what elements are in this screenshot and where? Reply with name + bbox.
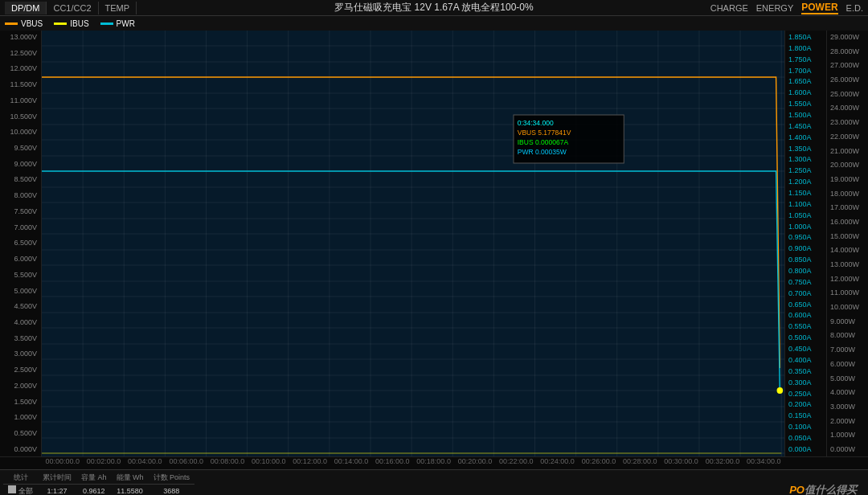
yaxis-right-amp-label: 1.450A <box>787 123 826 130</box>
yaxis-right-watt-label: 2.000W <box>829 418 868 425</box>
tab-cc1cc2[interactable]: CC1/CC2 <box>47 2 98 14</box>
yaxis-left-label: 6.500V <box>0 239 39 247</box>
power-button[interactable]: POWER <box>801 2 837 14</box>
yaxis-right-watt-label: 10.000W <box>829 304 868 311</box>
yaxis-right-amp-label: 0.300A <box>787 379 826 387</box>
yaxis-right-amp-label: 0.800A <box>787 268 826 275</box>
legend-pwr-label: PWR <box>117 19 135 28</box>
yaxis-left-label: 10.500V <box>0 113 39 121</box>
yaxis-right-watt-label: 20.000W <box>829 162 868 169</box>
xaxis-label: 00:28:00.0 <box>620 457 661 469</box>
yaxis-left-label: 8.000V <box>0 192 39 199</box>
stats-row-all-energy: 11.5580 <box>112 484 149 495</box>
yaxis-right-amp-label: 0.550A <box>787 323 826 330</box>
stats-table: 统计 累计时间 容量 Ah 能量 Wh 计数 Points 全部 1:1:27 … <box>3 472 194 496</box>
chart-container: 13.000V12.500V12.000V11.500V11.000V10.50… <box>0 31 868 456</box>
yaxis-right-amp-label: 0.150A <box>787 412 826 419</box>
xaxis-label: 00:22:00.0 <box>496 457 537 469</box>
yaxis-right-watt-label: 1.000W <box>829 432 868 439</box>
tab-temp[interactable]: TEMP <box>99 2 137 14</box>
chart-plot[interactable]: 0:34:34.000 VBUS 5.177841V IBUS 0.000067… <box>42 31 784 456</box>
yaxis-right-amp-label: 0.850A <box>787 256 826 264</box>
stats-row-all-time: 1:1:27 <box>38 484 76 495</box>
yaxis-right-amp-label: 1.500A <box>787 112 826 119</box>
legend-pwr[interactable]: PWR <box>100 19 135 28</box>
yaxis-right-amp-label: 0.500A <box>787 334 826 342</box>
yaxis-left-label: 0.500V <box>0 430 39 437</box>
yaxis-right-watt-label: 15.000W <box>829 233 868 240</box>
yaxis-right-amp-label: 0.950A <box>787 234 826 241</box>
xaxis: 00:00:00.000:02:00.000:04:00.000:06:00.0… <box>0 456 868 469</box>
yaxis-right-amp-label: 1.750A <box>787 56 826 63</box>
xaxis-label: 00:14:00.0 <box>330 457 371 469</box>
yaxis-right-amp-label: 0.450A <box>787 346 826 353</box>
yaxis-left: 13.000V12.500V12.000V11.500V11.000V10.50… <box>0 31 42 456</box>
yaxis-left-label: 5.500V <box>0 272 39 279</box>
yaxis-right-amp-label: 0.350A <box>787 368 826 375</box>
top-right-buttons: CHARGE ENERGY POWER E.D. <box>710 2 863 14</box>
tab-dpdm[interactable]: DP/DM <box>5 2 47 14</box>
ed-button[interactable]: E.D. <box>846 3 863 13</box>
legend-bar: VBUS IBUS PWR <box>0 16 868 31</box>
yaxis-left-label: 8.500V <box>0 176 39 183</box>
yaxis-right-amp-label: 0.900A <box>787 245 826 252</box>
statsbar: 统计 累计时间 容量 Ah 能量 Wh 计数 Points 全部 1:1:27 … <box>0 469 868 495</box>
yaxis-left-label: 0.000V <box>0 446 39 453</box>
yaxis-right-amp-label: 1.800A <box>787 45 826 52</box>
topbar: DP/DM CC1/CC2 TEMP 罗马仕磁吸充电宝 12V 1.67A 放电… <box>0 0 868 16</box>
yaxis-left-label: 2.000V <box>0 382 39 390</box>
yaxis-right-watt-label: 7.000W <box>829 346 868 354</box>
yaxis-left-label: 11.500V <box>0 81 39 88</box>
yaxis-left-label: 3.500V <box>0 335 39 342</box>
yaxis-right-watt-label: 13.000W <box>829 261 868 268</box>
legend-vbus[interactable]: VBUS <box>5 19 43 28</box>
xaxis-label: 00:18:00.0 <box>413 457 454 469</box>
legend-ibus[interactable]: IBUS <box>54 19 88 28</box>
stats-row-all: 全部 1:1:27 0.9612 11.5580 3688 <box>3 484 194 495</box>
yaxis-right-amp-label: 0.000A <box>787 446 826 453</box>
yaxis-right-amp-label: 1.850A <box>787 34 826 41</box>
yaxis-right-watt-label: 14.000W <box>829 247 868 254</box>
yaxis-right-watt-label: 5.000W <box>829 375 868 382</box>
yaxis-right-amp-label: 0.200A <box>787 401 826 408</box>
yaxis-right-watt-label: 17.000W <box>829 204 868 211</box>
yaxis-right-amp-label: 0.050A <box>787 435 826 442</box>
yaxis-right-amp-label: 0.400A <box>787 357 826 364</box>
xaxis-label: 00:16:00.0 <box>372 457 413 469</box>
xaxis-label: 00:24:00.0 <box>537 457 578 469</box>
yaxis-right-watt-label: 21.000W <box>829 148 868 155</box>
yaxis-left-label: 1.000V <box>0 414 39 421</box>
yaxis-right-amp-label: 1.550A <box>787 100 826 108</box>
yaxis-left-label: 12.000V <box>0 65 39 72</box>
yaxis-right-watt-label: 25.000W <box>829 91 868 98</box>
yaxis-left-label: 9.000V <box>0 161 39 168</box>
yaxis-right-watt-label: 24.000W <box>829 104 868 112</box>
yaxis-right-watt-label: 3.000W <box>829 403 868 411</box>
yaxis-left-label: 2.500V <box>0 366 39 374</box>
yaxis-right-watt-label: 8.000W <box>829 332 868 339</box>
yaxis-left-label: 5.000V <box>0 288 39 295</box>
xaxis-label: 00:08:00.0 <box>207 457 248 469</box>
yaxis-right-amp-label: 0.600A <box>787 312 826 319</box>
svg-text:VBUS  5.177841V: VBUS 5.177841V <box>518 129 571 137</box>
yaxis-right-watt-label: 4.000W <box>829 389 868 396</box>
xaxis-label: 00:26:00.0 <box>578 457 619 469</box>
svg-text:PWR   0.00035W: PWR 0.00035W <box>518 148 567 156</box>
yaxis-right-watt-label: 22.000W <box>829 133 868 141</box>
stats-header-0: 统计 <box>3 472 38 485</box>
yaxis-right-amp: 1.850A1.800A1.750A1.700A1.650A1.600A1.55… <box>784 31 826 456</box>
yaxis-right-amp-label: 1.100A <box>787 201 826 208</box>
yaxis-right-watt-label: 11.000W <box>829 289 868 297</box>
yaxis-left-label: 7.500V <box>0 208 39 215</box>
yaxis-right-amp-label: 1.200A <box>787 178 826 186</box>
yaxis-right-amp-label: 1.600A <box>787 89 826 96</box>
yaxis-left-label: 1.500V <box>0 399 39 406</box>
yaxis-right-amp-label: 1.650A <box>787 78 826 85</box>
charge-button[interactable]: CHARGE <box>710 3 748 13</box>
yaxis-right-amp-label: 1.150A <box>787 190 826 197</box>
yaxis-right-watt-label: 18.000W <box>829 190 868 198</box>
yaxis-left-label: 4.500V <box>0 303 39 310</box>
stats-header-2: 容量 Ah <box>76 472 112 485</box>
yaxis-right-amp-label: 1.700A <box>787 68 826 75</box>
energy-button[interactable]: ENERGY <box>756 3 793 13</box>
